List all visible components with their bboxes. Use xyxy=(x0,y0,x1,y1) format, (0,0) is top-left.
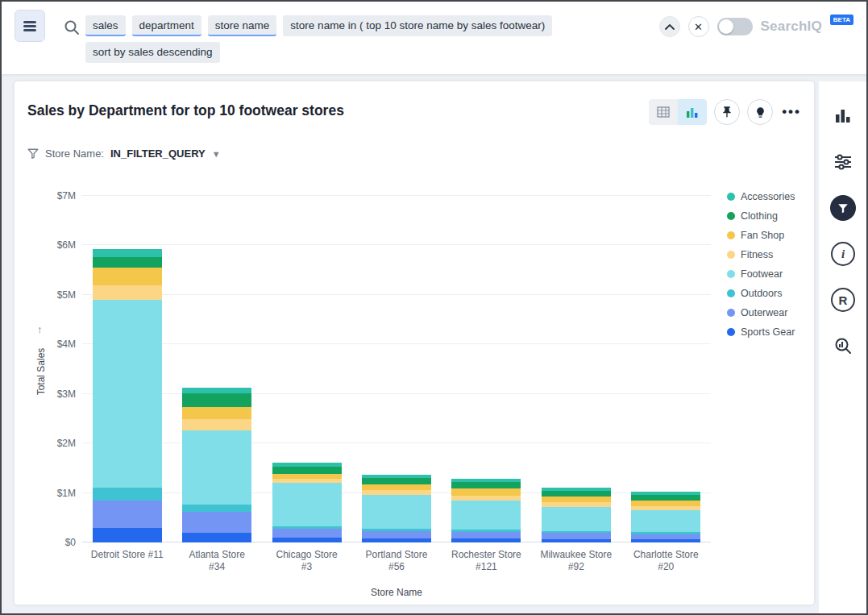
stacked-bar[interactable] xyxy=(272,196,342,542)
stacked-bar[interactable] xyxy=(542,196,611,542)
bar-segment[interactable] xyxy=(631,501,700,506)
bar-segment[interactable] xyxy=(362,531,431,538)
sliders-icon xyxy=(834,154,852,170)
bar-segment[interactable] xyxy=(542,507,611,530)
info-button[interactable]: i xyxy=(827,238,859,270)
stacked-bar[interactable] xyxy=(451,196,521,542)
bar-segment[interactable] xyxy=(362,484,431,490)
chart-icon xyxy=(686,106,699,118)
search-icon xyxy=(63,19,81,39)
stacked-bar[interactable] xyxy=(631,196,700,542)
bar-segment[interactable] xyxy=(451,488,521,496)
more-options-button[interactable]: ••• xyxy=(780,104,803,120)
bar-segment[interactable] xyxy=(93,300,162,488)
bar-segment[interactable] xyxy=(93,257,162,268)
bar-segment[interactable] xyxy=(451,482,521,488)
bar-slot xyxy=(82,196,172,542)
collapse-button[interactable] xyxy=(659,16,680,37)
search-chart-icon xyxy=(833,336,853,355)
search-token[interactable]: department xyxy=(132,15,201,36)
bar-segment[interactable] xyxy=(542,533,611,538)
x-tick-label: Milwaukee Store #92 xyxy=(531,549,621,573)
bar-segment[interactable] xyxy=(631,495,700,501)
insights-button[interactable] xyxy=(747,99,773,125)
bar-segment[interactable] xyxy=(631,539,700,542)
bar-segment[interactable] xyxy=(542,497,611,502)
bar-segment[interactable] xyxy=(93,268,162,285)
stacked-bar[interactable] xyxy=(182,196,251,542)
stacked-bar[interactable] xyxy=(93,196,162,542)
search-token[interactable]: store name in ( top 10 store name by sal… xyxy=(283,15,552,36)
info-icon: i xyxy=(831,242,855,266)
search-token[interactable]: sales xyxy=(85,15,126,36)
bar-segment[interactable] xyxy=(182,533,251,542)
legend-dot xyxy=(727,212,735,220)
bar-segment[interactable] xyxy=(93,501,162,528)
stacked-bar[interactable] xyxy=(362,196,431,542)
x-axis-title: Store Name xyxy=(82,587,711,598)
bar-segment[interactable] xyxy=(182,512,251,533)
y-tick-label: $1M xyxy=(40,488,76,499)
data-source-button[interactable] xyxy=(15,10,45,42)
bar-segment[interactable] xyxy=(182,430,251,505)
pin-button[interactable] xyxy=(714,99,740,125)
bar-segment[interactable] xyxy=(93,488,162,500)
search-token[interactable]: store name xyxy=(208,15,277,36)
legend-label: Outdoors xyxy=(741,288,782,299)
legend-item[interactable]: Fan Shop xyxy=(727,230,795,241)
bar-segment[interactable] xyxy=(362,538,431,542)
legend-item[interactable]: Sports Gear xyxy=(727,326,795,338)
bar-segment[interactable] xyxy=(542,491,611,497)
bar-segment[interactable] xyxy=(631,534,700,540)
bar-segment[interactable] xyxy=(451,501,521,530)
search-bar: salesdepartmentstore namestore name in (… xyxy=(2,2,866,74)
bar-segment[interactable] xyxy=(93,285,162,300)
bar-segment[interactable] xyxy=(631,510,700,532)
bar-segment[interactable] xyxy=(93,249,162,257)
bar-slot xyxy=(531,196,621,542)
bar-slot xyxy=(172,196,261,542)
answer-title: Sales by Department for top 10 footwear … xyxy=(27,102,344,119)
filter-icon xyxy=(830,195,856,221)
search-tokens[interactable]: salesdepartmentstore namestore name in (… xyxy=(85,15,650,63)
clear-search-button[interactable]: ✕ xyxy=(688,16,709,37)
r-icon: R xyxy=(831,288,855,312)
filters-button[interactable] xyxy=(827,192,859,224)
bar-segment[interactable] xyxy=(272,538,342,542)
filter-value[interactable]: IN_FILTER_QUERY xyxy=(110,148,206,160)
legend-item[interactable]: Fitness xyxy=(727,249,795,260)
bar-segment[interactable] xyxy=(182,407,251,419)
chevron-down-icon[interactable]: ▼ xyxy=(212,149,221,159)
explore-button[interactable] xyxy=(827,330,859,362)
bar-segment[interactable] xyxy=(451,532,521,538)
bar-segment[interactable] xyxy=(182,393,251,407)
bar-segment[interactable] xyxy=(93,528,162,542)
bar-segment[interactable] xyxy=(362,495,431,529)
chevron-up-icon xyxy=(665,23,675,30)
searchiq-toggle[interactable] xyxy=(717,18,753,35)
plot-area xyxy=(82,196,711,542)
legend-item[interactable]: Outdoors xyxy=(727,288,795,299)
bar-segment[interactable] xyxy=(451,496,521,501)
chart-view-button[interactable] xyxy=(678,99,707,125)
search-token[interactable]: sort by sales descending xyxy=(85,42,220,63)
legend-item[interactable]: Clothing xyxy=(727,210,795,222)
bar-segment[interactable] xyxy=(182,419,251,430)
legend-item[interactable]: Outerwear xyxy=(727,307,795,318)
chart-config-button[interactable] xyxy=(827,146,859,178)
bar-segment[interactable] xyxy=(272,467,342,474)
x-tick-label: Rochester Store #121 xyxy=(442,549,531,573)
x-tick-label: Charlotte Store #20 xyxy=(621,549,711,573)
x-tick-label: Atlanta Store #34 xyxy=(172,549,261,573)
bar-segment[interactable] xyxy=(451,538,521,542)
legend-item[interactable]: Footwear xyxy=(727,268,795,280)
legend-item[interactable]: Accessories xyxy=(727,191,795,202)
bar-segment[interactable] xyxy=(182,505,251,512)
bar-segment[interactable] xyxy=(542,539,611,542)
table-view-button[interactable] xyxy=(649,99,678,125)
bar-segment[interactable] xyxy=(362,478,431,484)
chart-type-button[interactable] xyxy=(827,100,859,132)
bar-segment[interactable] xyxy=(272,529,342,538)
r-analysis-button[interactable]: R xyxy=(827,284,859,316)
bar-segment[interactable] xyxy=(272,483,342,526)
